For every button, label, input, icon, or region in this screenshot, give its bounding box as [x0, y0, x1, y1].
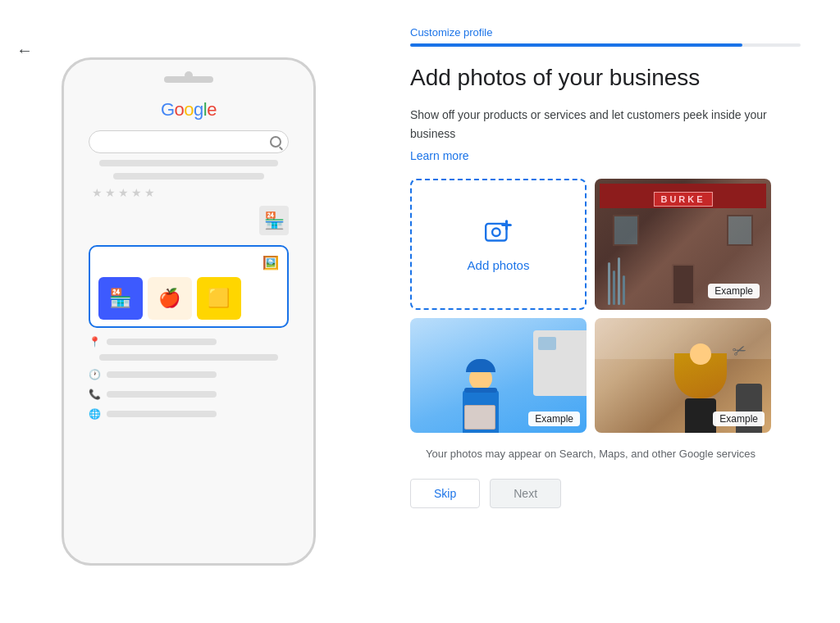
star-3: ★	[118, 186, 129, 199]
progress-section: Customize profile	[410, 26, 801, 47]
phone-icon-row-2: 🕐	[89, 369, 290, 380]
thumb-1: 🏪	[98, 277, 143, 320]
delivery-head	[469, 367, 492, 390]
phone-line-time	[107, 371, 217, 378]
google-logo: Google	[161, 99, 217, 121]
add-photo-icon	[483, 217, 514, 248]
photo-highlight-box: 🖼️ 🏪 🍎 🟨	[89, 245, 290, 328]
add-photo-icon-small: 🖼️	[262, 255, 279, 271]
delivery-van	[533, 330, 587, 396]
description-text: Show off your products or services and l…	[410, 106, 801, 143]
example-photo-store: BURKE Example	[595, 179, 771, 310]
store-window-right	[727, 215, 753, 246]
progress-bar-fill	[410, 43, 742, 47]
star-5: ★	[144, 186, 155, 199]
store-tool-2	[613, 271, 615, 305]
right-panel: Customize profile Add photos of your bus…	[377, 0, 840, 623]
store-tool-1	[608, 262, 610, 305]
example-badge-delivery: Example	[528, 412, 580, 426]
progress-label: Customize profile	[410, 26, 801, 39]
page-title: Add photos of your business	[410, 63, 801, 93]
phone-mockup-panel: Google ★ ★ ★ ★ ★ 🏪 🖼️ 🏪 🍎	[0, 0, 377, 623]
store-door	[672, 264, 695, 305]
example-badge-salon: Example	[713, 412, 765, 426]
delivery-cap	[466, 359, 495, 372]
location-icon: 📍	[89, 336, 100, 348]
phone-line-1	[99, 160, 278, 166]
thumb-2: 🍎	[148, 277, 192, 320]
star-2: ★	[105, 186, 116, 199]
thumb-3: 🟨	[197, 277, 241, 320]
phone-search-bar	[89, 130, 290, 153]
progress-bar-bg	[410, 43, 801, 47]
phone-icon-row-3: 📞	[89, 389, 290, 400]
phone-store-row: 🏪	[89, 206, 290, 235]
phone-icon-row-1: 📍	[89, 336, 290, 348]
delivery-person	[463, 367, 499, 433]
clock-icon: 🕐	[89, 369, 100, 380]
add-photos-label: Add photos	[468, 258, 530, 272]
next-button[interactable]: Next	[490, 479, 561, 508]
example-badge-store: Example	[708, 284, 760, 298]
star-4: ★	[131, 186, 142, 199]
back-button[interactable]: ←	[16, 41, 33, 60]
photo-thumbnails: 🏪 🍎 🟨	[98, 277, 280, 320]
store-tool-4	[623, 275, 625, 305]
delivery-box	[464, 405, 495, 430]
action-buttons: Skip Next	[410, 479, 801, 508]
learn-more-link[interactable]: Learn more	[410, 149, 801, 162]
example-photo-salon: ✂ Example	[595, 318, 771, 433]
store-icon: 🏪	[259, 206, 289, 235]
star-1: ★	[92, 186, 103, 199]
phone-line-phone	[107, 391, 217, 398]
example-photo-delivery: Example	[410, 318, 587, 433]
phone-icon-row-4: 🌐	[89, 408, 290, 420]
add-photos-box[interactable]: Add photos	[410, 179, 587, 310]
van-window	[538, 337, 556, 350]
search-icon	[270, 136, 281, 148]
salon-body	[685, 398, 716, 433]
globe-icon: 🌐	[89, 408, 100, 420]
phone-icon: 📞	[89, 389, 100, 400]
footer-note: Your photos may appear on Search, Maps, …	[410, 446, 771, 462]
phone-mockup: Google ★ ★ ★ ★ ★ 🏪 🖼️ 🏪 🍎	[62, 57, 316, 566]
store-sign-text: BURKE	[653, 192, 712, 207]
delivery-cap-brim	[464, 388, 497, 393]
phone-line-2	[113, 173, 265, 180]
skip-button[interactable]: Skip	[410, 479, 480, 508]
delivery-body	[463, 390, 499, 433]
photo-grid: Add photos BURKE Example	[410, 179, 771, 433]
store-photo-inner: BURKE Example	[600, 184, 766, 305]
phone-stars: ★ ★ ★ ★ ★	[92, 186, 155, 199]
svg-point-1	[492, 228, 500, 236]
add-photos-icon-wrapper	[483, 217, 514, 252]
phone-line-web	[107, 411, 217, 417]
phone-line-3	[99, 354, 278, 361]
phone-line-loc	[107, 339, 217, 345]
store-tools-group	[608, 215, 625, 305]
store-tool-3	[618, 257, 620, 305]
phone-camera	[185, 71, 193, 80]
